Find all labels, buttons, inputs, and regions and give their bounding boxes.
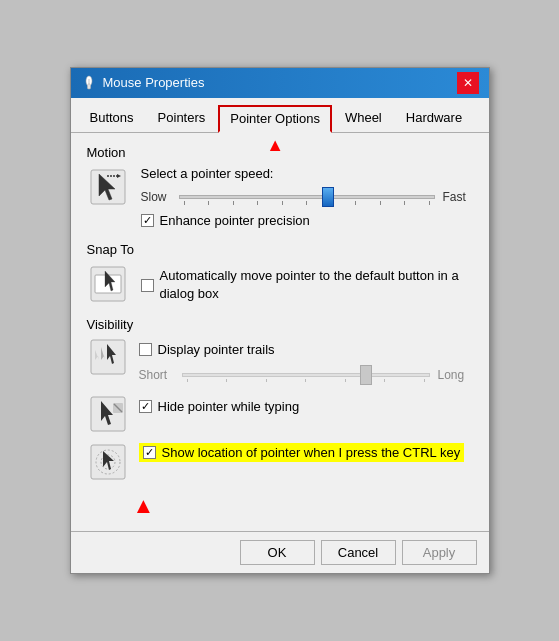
snap-to-icon: [87, 263, 129, 303]
trails-label: Display pointer trails: [158, 342, 275, 357]
show-location-icon: [87, 443, 129, 481]
bottom-red-arrow: ▲: [87, 495, 473, 517]
tab-arrow-indicator: ▲: [266, 136, 284, 154]
trails-icon: [87, 338, 129, 376]
bottom-bar: OK Cancel Apply: [71, 531, 489, 573]
snap-to-checkbox[interactable]: [141, 279, 154, 292]
ok-button[interactable]: OK: [240, 540, 315, 565]
tab-buttons[interactable]: Buttons: [79, 105, 145, 133]
trails-row: Display pointer trails Short: [87, 338, 473, 385]
close-button[interactable]: ✕: [457, 72, 479, 94]
trails-slider[interactable]: [182, 365, 430, 385]
window-title: Mouse Properties: [103, 75, 205, 90]
mouse-properties-window: Mouse Properties ✕ Buttons Pointers Poin…: [70, 67, 490, 574]
hide-pointer-icon: [87, 395, 129, 433]
slow-label: Slow: [141, 190, 171, 204]
visibility-section: Visibility Di: [87, 317, 473, 481]
snap-to-label: Automatically move pointer to the defaul…: [160, 267, 473, 303]
precision-label: Enhance pointer precision: [160, 213, 310, 228]
content-area: Motion Select a pointer speed: Slow: [71, 133, 489, 531]
show-location-highlighted: Show location of pointer when I press th…: [139, 443, 465, 462]
precision-row: Enhance pointer precision: [141, 213, 473, 228]
tab-bar: Buttons Pointers Pointer Options ▲ Wheel…: [71, 98, 489, 133]
tab-pointers[interactable]: Pointers: [147, 105, 217, 133]
bottom-arrow-icon: ▲: [133, 495, 155, 517]
motion-speed-label: Select a pointer speed:: [141, 166, 473, 181]
visibility-title: Visibility: [87, 317, 473, 332]
show-location-row: Show location of pointer when I press th…: [87, 443, 473, 481]
short-label: Short: [139, 368, 174, 382]
trails-checkbox[interactable]: [139, 343, 152, 356]
motion-section: Motion Select a pointer speed: Slow: [87, 145, 473, 228]
speed-slider[interactable]: [179, 187, 435, 207]
window-icon: [81, 75, 97, 91]
long-label: Long: [438, 368, 473, 382]
tab-pointer-options[interactable]: Pointer Options: [218, 105, 332, 133]
snap-to-title: Snap To: [87, 242, 473, 257]
fast-label: Fast: [443, 190, 473, 204]
tab-wheel[interactable]: Wheel: [334, 105, 393, 133]
motion-icon: [87, 166, 129, 206]
snap-to-section: Snap To Automatically move pointer to th…: [87, 242, 473, 303]
precision-checkbox[interactable]: [141, 214, 154, 227]
hide-pointer-row: Hide pointer while typing: [87, 395, 473, 433]
apply-button[interactable]: Apply: [402, 540, 477, 565]
trails-slider-row: Short: [139, 365, 473, 385]
show-location-checkbox[interactable]: [143, 446, 156, 459]
tab-hardware[interactable]: Hardware: [395, 105, 473, 133]
show-location-label: Show location of pointer when I press th…: [162, 445, 461, 460]
hide-pointer-label: Hide pointer while typing: [158, 399, 300, 414]
title-bar: Mouse Properties ✕: [71, 68, 489, 98]
hide-pointer-checkbox[interactable]: [139, 400, 152, 413]
cancel-button[interactable]: Cancel: [321, 540, 396, 565]
snap-to-row: Automatically move pointer to the defaul…: [141, 267, 473, 303]
